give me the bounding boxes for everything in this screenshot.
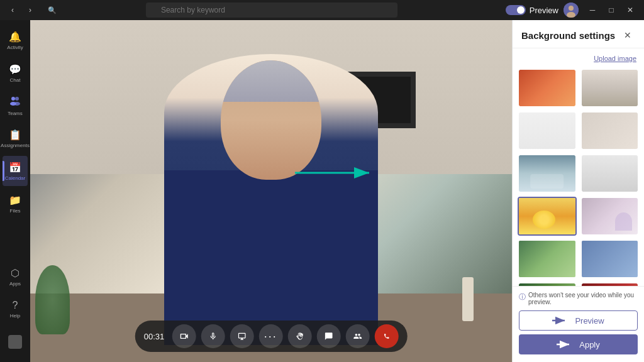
- bg-thumb-inner-2: [582, 70, 638, 106]
- arrow-svg: [295, 166, 377, 180]
- bg-thumb-inner-5: [519, 155, 575, 192]
- upload-row: Upload image: [518, 53, 639, 63]
- preview-note-text: Others won't see your video while you pr…: [528, 292, 638, 305]
- bg-thumb-inner-4: [582, 112, 638, 149]
- svg-point-6: [14, 102, 20, 106]
- svg-point-4: [15, 97, 19, 101]
- sidebar-label-teams: Teams: [8, 111, 23, 116]
- preview-arrow-icon: [552, 317, 570, 324]
- forward-button[interactable]: ›: [23, 3, 38, 18]
- preview-button[interactable]: Preview: [519, 310, 638, 331]
- avatar[interactable]: [564, 3, 579, 18]
- sidebar-item-apps[interactable]: ⬡ Apps: [3, 261, 28, 292]
- bg-thumb-2[interactable]: [580, 69, 640, 107]
- panel-close-button[interactable]: ✕: [620, 28, 635, 43]
- bg-thumb-8[interactable]: [580, 197, 640, 236]
- bg-thumb-12[interactable]: [580, 282, 640, 286]
- mic-button[interactable]: [201, 324, 225, 348]
- bg-thumb-inner-7: [519, 198, 575, 234]
- bg-thumb-1[interactable]: [518, 69, 577, 107]
- apply-button[interactable]: Apply: [519, 334, 638, 354]
- bg-thumb-7[interactable]: [518, 197, 577, 236]
- bg-thumb-5[interactable]: [518, 154, 577, 193]
- bg-thumb-inner-6: [582, 155, 638, 192]
- end-call-button[interactable]: [374, 324, 398, 348]
- raise-hand-button[interactable]: [287, 324, 311, 348]
- sidebar-item-calendar[interactable]: 📅 Calendar: [3, 156, 28, 186]
- window-controls: ─ □ ✕: [584, 1, 639, 19]
- bg-thumb-inner-1: [519, 70, 575, 106]
- person-body: [164, 54, 378, 344]
- panel-footer: ⓘ Others won't see your video while you …: [513, 286, 644, 362]
- help-icon: ?: [13, 300, 18, 311]
- minimize-button[interactable]: ─: [584, 1, 601, 19]
- sidebar-item-assignments[interactable]: 📋 Assignments: [3, 123, 28, 153]
- search-icon: 🔍: [48, 6, 57, 14]
- sidebar-item-teams[interactable]: Teams: [3, 90, 28, 121]
- chat-icon: 💬: [9, 63, 21, 75]
- bg-thumb-inner-9: [519, 241, 575, 277]
- panel-header: Background settings ✕: [513, 20, 644, 48]
- sidebar-label-assignments: Assignments: [1, 143, 30, 148]
- preview-label: Preview: [530, 6, 558, 15]
- activity-icon: 🔔: [9, 31, 21, 43]
- sidebar-item-chat[interactable]: 💬 Chat: [3, 58, 28, 88]
- close-button[interactable]: ✕: [621, 1, 639, 19]
- bg-thumb-inner-3: [519, 112, 575, 149]
- background-scroll-area[interactable]: Upload image: [513, 48, 644, 286]
- bg-thumb-inner-10: [582, 241, 638, 277]
- calendar-icon: 📅: [9, 162, 21, 173]
- search-input[interactable]: [146, 3, 397, 18]
- lamp: [462, 277, 474, 321]
- share-screen-button[interactable]: [230, 324, 253, 348]
- bg-thumb-4[interactable]: [580, 111, 640, 150]
- close-icon: ✕: [624, 30, 631, 40]
- sidebar-item-help[interactable]: ? Help: [3, 294, 28, 324]
- back-button[interactable]: ‹: [5, 3, 20, 18]
- svg-point-1: [569, 6, 574, 11]
- title-bar: ‹ › 🔍 Preview ─ □ ✕: [0, 0, 644, 20]
- person-shirt: [164, 170, 378, 344]
- apply-button-label: Apply: [579, 340, 600, 349]
- sidebar: 🔔 Activity 💬 Chat Teams 📋 Assignments �: [0, 20, 30, 362]
- bg-thumb-inner-11: [519, 283, 575, 286]
- upload-image-button[interactable]: Upload image: [591, 53, 639, 63]
- preview-button-label: Preview: [575, 316, 604, 326]
- camera-button[interactable]: [172, 324, 196, 348]
- sidebar-label-calendar: Calendar: [5, 175, 25, 181]
- main-area: 🔔 Activity 💬 Chat Teams 📋 Assignments �: [0, 20, 644, 362]
- info-icon: ⓘ: [519, 292, 526, 302]
- more-button[interactable]: ···: [258, 324, 282, 348]
- call-controls: 00:31 ···: [135, 321, 408, 352]
- preview-note: ⓘ Others won't see your video while you …: [519, 292, 638, 305]
- bg-thumb-3[interactable]: [518, 111, 577, 150]
- call-timer: 00:31: [144, 332, 165, 341]
- chat-button[interactable]: [316, 324, 340, 348]
- nav-controls: ‹ ›: [5, 3, 38, 18]
- sidebar-label-apps: Apps: [9, 281, 21, 287]
- person-video: [152, 54, 391, 344]
- video-background: [30, 20, 512, 362]
- bg-thumb-10[interactable]: [580, 239, 640, 278]
- sidebar-item-status[interactable]: [3, 327, 28, 357]
- bg-thumb-6[interactable]: [580, 154, 640, 193]
- arrow-indicator: [295, 166, 377, 182]
- bg-thumb-inner-8: [582, 198, 638, 234]
- person-head: [221, 60, 321, 180]
- bg-thumb-9[interactable]: [518, 239, 577, 278]
- background-grid: [518, 69, 639, 286]
- apply-arrow-icon: [557, 341, 574, 348]
- sidebar-item-activity[interactable]: 🔔 Activity: [3, 25, 28, 55]
- sidebar-item-files[interactable]: 📁 Files: [3, 189, 28, 219]
- bg-thumb-inner-12: [582, 283, 638, 286]
- panel-title: Background settings: [521, 30, 615, 41]
- sidebar-label-chat: Chat: [10, 77, 21, 83]
- search-container: 🔍: [43, 3, 501, 18]
- apps-icon: ⬡: [11, 267, 19, 279]
- preview-toggle-switch[interactable]: [506, 5, 526, 15]
- people-button[interactable]: [345, 324, 369, 348]
- person-hair: [221, 60, 321, 102]
- maximize-button[interactable]: □: [602, 1, 620, 19]
- bg-thumb-11[interactable]: [518, 282, 577, 286]
- assignments-icon: 📋: [9, 129, 21, 141]
